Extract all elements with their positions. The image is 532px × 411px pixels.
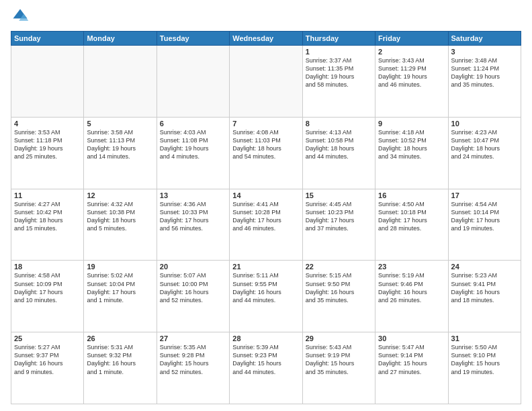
calendar-cell: 4Sunrise: 3:53 AM Sunset: 11:18 PM Dayli… [11,117,84,189]
page: SundayMondayTuesdayWednesdayThursdayFrid… [0,0,532,411]
calendar-cell: 13Sunrise: 4:36 AM Sunset: 10:33 PM Dayl… [157,189,229,261]
day-info: Sunrise: 4:58 AM Sunset: 10:09 PM Daylig… [14,271,81,304]
day-info: Sunrise: 5:23 AM Sunset: 9:41 PM Dayligh… [451,271,518,304]
day-number: 24 [451,263,518,271]
day-info: Sunrise: 3:48 AM Sunset: 11:24 PM Daylig… [451,56,518,89]
calendar-day-header: Friday [375,32,448,46]
day-number: 25 [14,334,81,342]
day-info: Sunrise: 4:32 AM Sunset: 10:38 PM Daylig… [87,200,153,233]
day-info: Sunrise: 4:18 AM Sunset: 10:52 PM Daylig… [378,128,445,161]
calendar-body: 1Sunrise: 3:37 AM Sunset: 11:35 PM Dayli… [11,46,521,404]
day-info: Sunrise: 5:27 AM Sunset: 9:37 PM Dayligh… [14,343,81,376]
day-number: 26 [87,334,153,342]
day-info: Sunrise: 4:13 AM Sunset: 10:58 PM Daylig… [306,128,372,161]
day-info: Sunrise: 4:36 AM Sunset: 10:33 PM Daylig… [160,200,226,233]
calendar-table: SundayMondayTuesdayWednesdayThursdayFrid… [11,31,521,404]
day-number: 13 [160,191,226,199]
day-info: Sunrise: 5:11 AM Sunset: 9:55 PM Dayligh… [232,271,299,304]
day-number: 29 [306,334,372,342]
logo [11,7,32,26]
calendar-cell: 22Sunrise: 5:15 AM Sunset: 9:50 PM Dayli… [302,261,375,332]
calendar-cell: 6Sunrise: 4:03 AM Sunset: 11:08 PM Dayli… [157,117,229,189]
calendar-header: SundayMondayTuesdayWednesdayThursdayFrid… [11,32,521,46]
day-number: 31 [451,334,518,342]
calendar-week-row: 25Sunrise: 5:27 AM Sunset: 9:37 PM Dayli… [11,332,521,404]
day-info: Sunrise: 5:07 AM Sunset: 10:00 PM Daylig… [160,271,226,304]
day-number: 3 [451,48,518,56]
day-info: Sunrise: 5:02 AM Sunset: 10:04 PM Daylig… [87,271,153,304]
day-number: 10 [451,120,518,128]
calendar-cell [84,46,157,118]
calendar-cell: 10Sunrise: 4:23 AM Sunset: 10:47 PM Dayl… [448,117,521,189]
day-info: Sunrise: 3:58 AM Sunset: 11:13 PM Daylig… [87,128,153,161]
day-number: 27 [160,334,226,342]
calendar-cell: 9Sunrise: 4:18 AM Sunset: 10:52 PM Dayli… [375,117,448,189]
day-info: Sunrise: 4:08 AM Sunset: 11:03 PM Daylig… [232,128,299,161]
calendar-day-header: Wednesday [230,32,302,46]
day-number: 12 [87,191,153,199]
day-info: Sunrise: 5:50 AM Sunset: 9:10 PM Dayligh… [451,343,518,376]
day-number: 16 [378,191,445,199]
calendar-cell: 24Sunrise: 5:23 AM Sunset: 9:41 PM Dayli… [448,261,521,332]
day-number: 6 [160,120,226,128]
day-info: Sunrise: 4:50 AM Sunset: 10:18 PM Daylig… [378,200,445,233]
day-info: Sunrise: 5:43 AM Sunset: 9:19 PM Dayligh… [306,343,372,376]
day-info: Sunrise: 4:23 AM Sunset: 10:47 PM Daylig… [451,128,518,161]
day-info: Sunrise: 4:41 AM Sunset: 10:28 PM Daylig… [232,200,299,233]
calendar-cell [157,46,229,118]
day-info: Sunrise: 5:35 AM Sunset: 9:28 PM Dayligh… [160,343,226,376]
day-number: 11 [14,191,81,199]
day-info: Sunrise: 5:31 AM Sunset: 9:32 PM Dayligh… [87,343,153,376]
day-number: 28 [232,334,299,342]
calendar-cell: 23Sunrise: 5:19 AM Sunset: 9:46 PM Dayli… [375,261,448,332]
calendar-day-header: Tuesday [157,32,229,46]
day-info: Sunrise: 3:43 AM Sunset: 11:29 PM Daylig… [378,56,445,89]
day-number: 19 [87,263,153,271]
calendar-cell: 26Sunrise: 5:31 AM Sunset: 9:32 PM Dayli… [84,332,157,404]
calendar-cell: 30Sunrise: 5:47 AM Sunset: 9:14 PM Dayli… [375,332,448,404]
day-info: Sunrise: 5:15 AM Sunset: 9:50 PM Dayligh… [306,271,372,304]
day-number: 15 [306,191,372,199]
day-number: 2 [378,48,445,56]
calendar-cell: 3Sunrise: 3:48 AM Sunset: 11:24 PM Dayli… [448,46,521,118]
calendar-cell: 5Sunrise: 3:58 AM Sunset: 11:13 PM Dayli… [84,117,157,189]
calendar-week-row: 18Sunrise: 4:58 AM Sunset: 10:09 PM Dayl… [11,261,521,332]
day-number: 21 [232,263,299,271]
day-number: 30 [378,334,445,342]
day-number: 5 [87,120,153,128]
calendar-cell: 1Sunrise: 3:37 AM Sunset: 11:35 PM Dayli… [302,46,375,118]
day-number: 20 [160,263,226,271]
day-info: Sunrise: 3:37 AM Sunset: 11:35 PM Daylig… [306,56,372,89]
calendar-week-row: 4Sunrise: 3:53 AM Sunset: 11:18 PM Dayli… [11,117,521,189]
calendar-cell: 15Sunrise: 4:45 AM Sunset: 10:23 PM Dayl… [302,189,375,261]
calendar-cell: 21Sunrise: 5:11 AM Sunset: 9:55 PM Dayli… [230,261,302,332]
calendar-day-header: Monday [84,32,157,46]
logo-icon [11,7,30,26]
calendar-cell: 2Sunrise: 3:43 AM Sunset: 11:29 PM Dayli… [375,46,448,118]
calendar-cell [11,46,84,118]
calendar-day-header: Thursday [302,32,375,46]
calendar-cell: 16Sunrise: 4:50 AM Sunset: 10:18 PM Dayl… [375,189,448,261]
day-number: 8 [306,120,372,128]
day-info: Sunrise: 4:45 AM Sunset: 10:23 PM Daylig… [306,200,372,233]
calendar-cell: 28Sunrise: 5:39 AM Sunset: 9:23 PM Dayli… [230,332,302,404]
day-number: 17 [451,191,518,199]
day-info: Sunrise: 4:27 AM Sunset: 10:42 PM Daylig… [14,200,81,233]
day-number: 18 [14,263,81,271]
calendar-cell: 14Sunrise: 4:41 AM Sunset: 10:28 PM Dayl… [230,189,302,261]
calendar-cell: 7Sunrise: 4:08 AM Sunset: 11:03 PM Dayli… [230,117,302,189]
day-info: Sunrise: 5:47 AM Sunset: 9:14 PM Dayligh… [378,343,445,376]
calendar-cell: 19Sunrise: 5:02 AM Sunset: 10:04 PM Dayl… [84,261,157,332]
day-number: 1 [306,48,372,56]
day-number: 14 [232,191,299,199]
calendar-cell: 27Sunrise: 5:35 AM Sunset: 9:28 PM Dayli… [157,332,229,404]
day-number: 9 [378,120,445,128]
calendar-cell: 29Sunrise: 5:43 AM Sunset: 9:19 PM Dayli… [302,332,375,404]
calendar-header-row: SundayMondayTuesdayWednesdayThursdayFrid… [11,32,521,46]
header [11,7,521,26]
calendar-cell: 8Sunrise: 4:13 AM Sunset: 10:58 PM Dayli… [302,117,375,189]
calendar-cell: 25Sunrise: 5:27 AM Sunset: 9:37 PM Dayli… [11,332,84,404]
day-info: Sunrise: 5:19 AM Sunset: 9:46 PM Dayligh… [378,271,445,304]
calendar-day-header: Sunday [11,32,84,46]
calendar-cell: 18Sunrise: 4:58 AM Sunset: 10:09 PM Dayl… [11,261,84,332]
